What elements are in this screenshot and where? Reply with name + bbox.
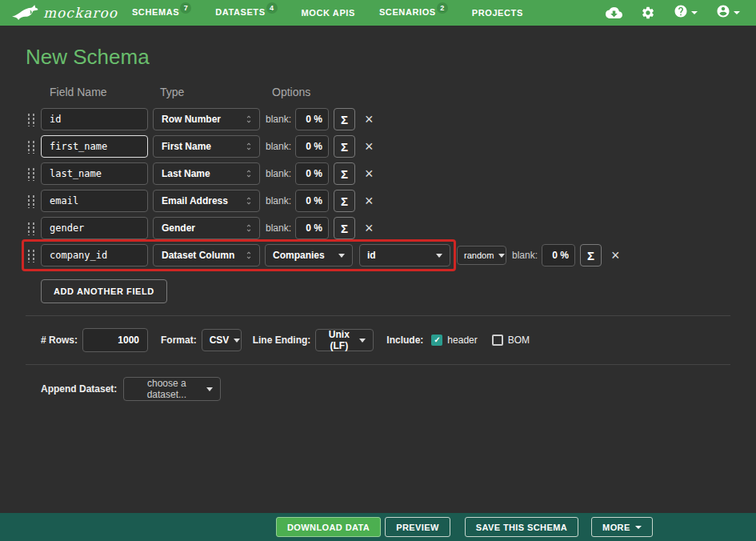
blank-label: blank: <box>266 114 291 125</box>
field-type-select[interactable]: Last Name <box>153 162 260 185</box>
header-checkbox[interactable]: ✓ <box>431 335 442 346</box>
mockaroo-logo[interactable]: mockaroo <box>11 4 118 22</box>
blank-percent-input[interactable] <box>295 135 329 158</box>
field-name-input[interactable] <box>41 217 148 239</box>
line-ending-select[interactable]: Unix (LF) <box>315 329 374 351</box>
field-type-label: Gender <box>162 222 195 234</box>
dropdown-caret-icon <box>206 387 213 391</box>
column-headers: Field Name Type Options <box>26 86 730 98</box>
field-name-input[interactable] <box>41 162 148 185</box>
unfold-more-icon <box>244 223 254 233</box>
drag-handle-icon[interactable] <box>26 112 36 126</box>
field-name-input[interactable] <box>41 244 148 266</box>
navbar: mockaroo SCHEMAS 7 DATASETS 4 MOCK APIS … <box>0 0 756 26</box>
save-schema-button[interactable]: SAVE THIS SCHEMA <box>465 517 578 537</box>
nav-item-mock-apis[interactable]: MOCK APIS <box>302 8 355 18</box>
field-type-label: First Name <box>162 141 211 152</box>
field-type-select[interactable]: First Name <box>153 135 260 158</box>
page-title: New Schema <box>26 45 730 70</box>
blank-percent-input[interactable] <box>295 217 329 239</box>
kangaroo-icon <box>11 4 38 22</box>
dropdown-caret-icon <box>234 339 240 343</box>
field-type-select[interactable]: Dataset Column <box>153 244 260 266</box>
formula-button[interactable]: Σ <box>334 190 355 212</box>
nav-label: SCHEMAS <box>132 7 179 17</box>
remove-field-button[interactable]: × <box>362 194 376 208</box>
drag-handle-icon[interactable] <box>26 139 36 154</box>
field-type-select[interactable]: Gender <box>153 217 260 239</box>
append-dataset-placeholder: choose a dataset... <box>131 378 202 400</box>
formula-button[interactable]: Σ <box>334 217 355 239</box>
field-type-label: Last Name <box>162 168 210 179</box>
field-row-last-name: Last Name blank: Σ × <box>26 162 730 185</box>
rows-count-input[interactable] <box>82 328 148 352</box>
remove-field-button[interactable]: × <box>362 139 376 154</box>
settings-gear-icon[interactable] <box>641 6 655 20</box>
remove-field-button[interactable]: × <box>609 248 622 262</box>
format-select[interactable]: CSV <box>202 329 242 351</box>
include-label: Include: <box>386 335 423 346</box>
dataset-select[interactable]: Companies <box>265 244 353 266</box>
cloud-download-icon[interactable] <box>606 7 622 19</box>
nav-item-schemas[interactable]: SCHEMAS 7 <box>132 7 191 18</box>
brand-wordmark: mockaroo <box>43 5 118 21</box>
divider <box>26 364 730 365</box>
blank-label: blank: <box>266 141 291 152</box>
footer-bar: DOWNLOAD DATA PREVIEW SAVE THIS SCHEMA M… <box>0 513 756 541</box>
dataset-column-select[interactable]: id <box>359 244 450 266</box>
blank-percent-input[interactable] <box>295 162 329 185</box>
download-data-button[interactable]: DOWNLOAD DATA <box>276 517 381 537</box>
append-dataset-select[interactable]: choose a dataset... <box>123 377 221 401</box>
dropdown-caret-icon <box>436 254 442 258</box>
unfold-more-icon <box>244 142 254 151</box>
account-menu[interactable] <box>716 4 740 22</box>
blank-percent-input[interactable] <box>542 244 575 266</box>
datasets-count-badge: 4 <box>266 2 278 14</box>
add-another-field-button[interactable]: ADD ANOTHER FIELD <box>41 279 167 303</box>
formula-button[interactable]: Σ <box>334 108 355 130</box>
dropdown-caret-icon <box>359 339 366 343</box>
help-icon <box>674 4 688 22</box>
formula-button[interactable]: Σ <box>334 135 355 158</box>
selection-mode-value: random <box>464 250 494 260</box>
drag-handle-icon[interactable] <box>26 194 36 208</box>
remove-field-button[interactable]: × <box>362 112 376 126</box>
nav-item-scenarios[interactable]: SCENARIOS 2 <box>379 7 448 18</box>
column-header-field-name: Field Name <box>50 86 160 98</box>
selection-mode-select[interactable]: random <box>457 246 506 265</box>
divider <box>26 315 730 316</box>
dropdown-caret-icon <box>498 254 505 258</box>
drag-handle-icon[interactable] <box>26 248 36 262</box>
nav-item-datasets[interactable]: DATASETS 4 <box>215 7 277 18</box>
bom-checkbox-label: BOM <box>508 335 530 346</box>
blank-percent-input[interactable] <box>295 108 329 130</box>
remove-field-button[interactable]: × <box>362 166 376 181</box>
remove-field-button[interactable]: × <box>362 221 376 235</box>
help-menu[interactable] <box>674 4 698 22</box>
drag-handle-icon[interactable] <box>26 166 36 181</box>
preview-button[interactable]: PREVIEW <box>385 517 450 537</box>
chevron-down-icon <box>635 526 642 529</box>
drag-handle-icon[interactable] <box>26 221 36 235</box>
blank-label: blank: <box>512 250 538 261</box>
field-name-input[interactable] <box>41 108 148 130</box>
more-button[interactable]: MORE <box>591 517 653 537</box>
blank-percent-input[interactable] <box>295 190 329 212</box>
formula-button[interactable]: Σ <box>334 162 355 185</box>
bom-checkbox[interactable] <box>492 335 503 346</box>
field-name-input[interactable] <box>41 190 148 212</box>
formula-button[interactable]: Σ <box>580 244 602 266</box>
field-name-input[interactable] <box>41 135 148 158</box>
dropdown-caret-icon <box>338 254 345 258</box>
nav-label: PROJECTS <box>472 8 523 18</box>
nav-item-projects[interactable]: PROJECTS <box>472 8 523 18</box>
dataset-column-value: id <box>367 250 376 261</box>
field-row-email: Email Address blank: Σ × <box>26 190 730 212</box>
nav-items: SCHEMAS 7 DATASETS 4 MOCK APIS SCENARIOS… <box>132 7 523 18</box>
more-button-label: MORE <box>602 523 630 532</box>
field-type-select[interactable]: Row Number <box>153 108 260 130</box>
field-row-first-name: First Name blank: Σ × <box>26 135 730 158</box>
field-type-select[interactable]: Email Address <box>153 190 260 212</box>
footer-buttons: DOWNLOAD DATA PREVIEW SAVE THIS SCHEMA M… <box>276 517 653 537</box>
scenarios-count-badge: 2 <box>437 2 448 14</box>
